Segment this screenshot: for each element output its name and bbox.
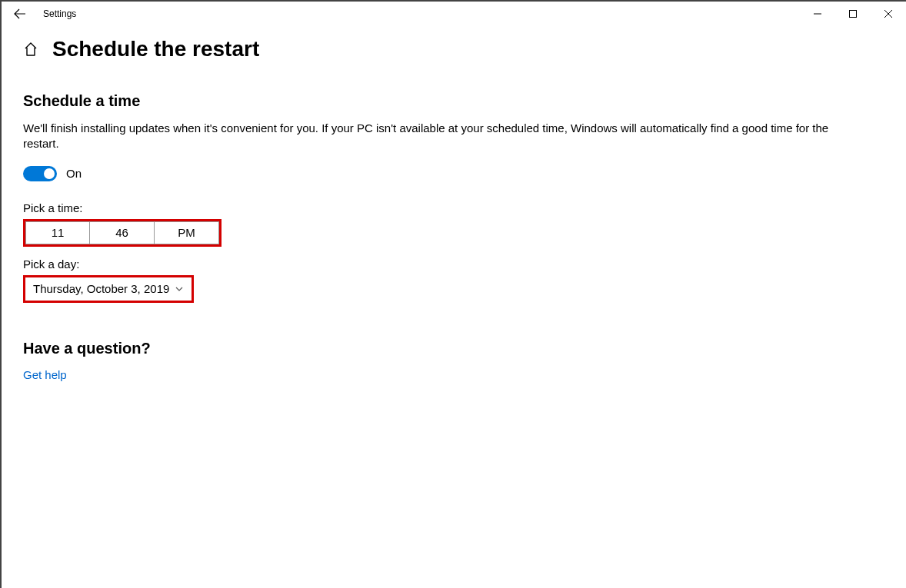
minimize-button[interactable]	[800, 2, 835, 26]
back-button[interactable]	[2, 2, 38, 26]
maximize-button[interactable]	[835, 2, 871, 26]
page-title: Schedule the restart	[52, 37, 259, 61]
schedule-toggle-row: On	[23, 166, 884, 181]
time-period[interactable]: PM	[155, 221, 219, 244]
time-minute[interactable]: 46	[90, 221, 155, 244]
schedule-heading: Schedule a time	[23, 92, 884, 110]
page-header: Schedule the restart	[23, 37, 884, 61]
day-picker[interactable]: Thursday, October 3, 2019	[23, 275, 194, 303]
titlebar: Settings	[2, 2, 906, 26]
day-value: Thursday, October 3, 2019	[33, 282, 169, 295]
close-icon	[884, 10, 892, 18]
help-heading: Have a question?	[23, 340, 884, 357]
close-button[interactable]	[871, 2, 906, 26]
maximize-icon	[849, 10, 857, 18]
home-icon[interactable]	[23, 42, 38, 57]
svg-rect-0	[850, 11, 857, 18]
pick-day-label: Pick a day:	[23, 257, 884, 271]
app-name: Settings	[38, 8, 76, 19]
toggle-knob	[44, 168, 55, 179]
schedule-toggle[interactable]	[23, 166, 57, 181]
time-picker[interactable]: 11 46 PM	[23, 219, 222, 247]
pick-time-label: Pick a time:	[23, 201, 884, 214]
schedule-description: We'll finish installing updates when it'…	[23, 121, 858, 152]
arrow-left-icon	[14, 8, 26, 20]
content-area: Schedule the restart Schedule a time We'…	[2, 26, 906, 381]
chevron-down-icon	[175, 284, 184, 294]
time-hour[interactable]: 11	[25, 221, 90, 244]
get-help-link[interactable]: Get help	[23, 368, 884, 381]
toggle-state-label: On	[66, 167, 82, 180]
window-controls	[800, 2, 906, 26]
minimize-icon	[814, 10, 821, 18]
